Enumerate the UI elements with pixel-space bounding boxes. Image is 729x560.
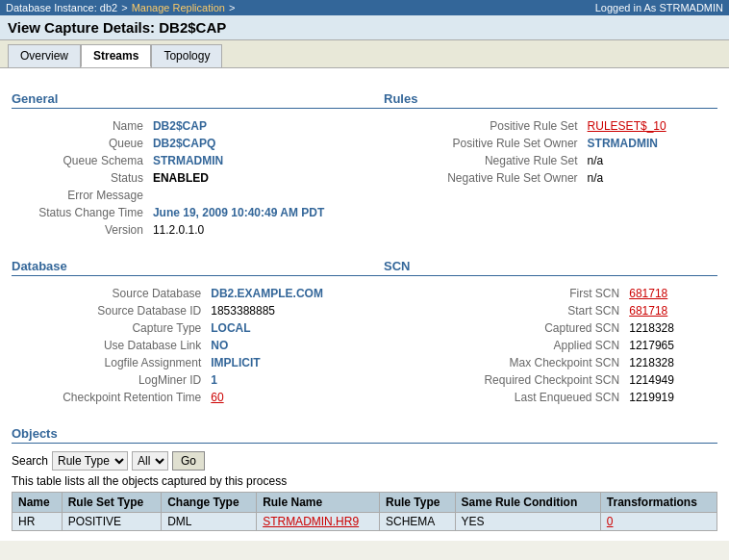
- version-label: Version: [13, 222, 149, 238]
- captured-scn-value: 1218328: [627, 320, 716, 336]
- captured-scn-label: Captured SCN: [366, 320, 625, 336]
- scn-table: First SCN 681718 Start SCN 681718 Captur…: [364, 284, 717, 407]
- error-value: [151, 188, 363, 203]
- checkpoint-value[interactable]: 60: [209, 390, 363, 405]
- general-header: General: [12, 91, 364, 109]
- content-area: General Name DB2$CAP Queue DB2$CAPQ Queu…: [0, 68, 729, 541]
- database-section: Database Source Database DB2.EXAMPLE.COM…: [12, 245, 364, 413]
- database-scn-section: Database Source Database DB2.EXAMPLE.COM…: [12, 245, 717, 413]
- logminer-value: 1: [209, 372, 363, 388]
- logminer-label: LogMiner ID: [13, 372, 207, 388]
- max-checkpoint-label: Max Checkpoint SCN: [366, 355, 625, 370]
- scn-section: SCN First SCN 681718 Start SCN 681718 Ca…: [364, 245, 717, 413]
- logfile-value: IMPLICIT: [209, 355, 363, 370]
- tab-streams[interactable]: Streams: [81, 44, 151, 67]
- col-name: Name: [13, 493, 63, 513]
- required-checkpoint-label: Required Checkpoint SCN: [366, 372, 625, 388]
- breadcrumb-instance: Database Instance: db2: [6, 2, 117, 13]
- queue-schema-value: STRMADMIN: [151, 153, 363, 168]
- applied-scn-value: 1217965: [627, 338, 716, 353]
- queue-label: Queue: [13, 136, 149, 151]
- objects-table: Name Rule Set Type Change Type Rule Name…: [12, 492, 717, 531]
- search-filter-select[interactable]: All: [132, 451, 168, 471]
- col-transformations: Transformations: [600, 493, 716, 513]
- checkpoint-label: Checkpoint Retention Time: [13, 390, 207, 405]
- tabs-bar: Overview Streams Topology: [0, 40, 729, 68]
- status-label: Status: [13, 170, 149, 186]
- breadcrumb: Database Instance: db2 > Manage Replicat…: [6, 2, 235, 13]
- database-table: Source Database DB2.EXAMPLE.COM Source D…: [12, 284, 364, 407]
- name-value: DB2$CAP: [151, 118, 363, 134]
- pos-rule-set-value[interactable]: RULESET$_10: [586, 118, 716, 134]
- general-rules-section: General Name DB2$CAP Queue DB2$CAPQ Queu…: [12, 78, 717, 245]
- pos-rule-owner-label: Positive Rule Set Owner: [366, 136, 584, 151]
- logged-in-text: Logged in As STRMADMIN: [595, 2, 723, 13]
- source-db-value: DB2.EXAMPLE.COM: [209, 286, 363, 301]
- capture-type-value: LOCAL: [209, 320, 363, 336]
- source-db-label: Source Database: [13, 286, 207, 301]
- table-header-row: Name Rule Set Type Change Type Rule Name…: [13, 493, 717, 513]
- capture-type-label: Capture Type: [13, 320, 207, 336]
- col-rule-type: Rule Type: [379, 493, 455, 513]
- first-scn-label: First SCN: [366, 286, 625, 301]
- max-checkpoint-value: 1218328: [627, 355, 716, 370]
- use-db-link-value: NO: [209, 338, 363, 353]
- version-value: 11.2.0.1.0: [151, 222, 363, 238]
- col-same-rule-condition: Same Rule Condition: [455, 493, 600, 513]
- start-scn-label: Start SCN: [366, 303, 625, 318]
- last-enqueued-value: 1219919: [627, 390, 716, 405]
- tab-overview[interactable]: Overview: [8, 44, 81, 67]
- rules-header: Rules: [364, 91, 717, 109]
- required-checkpoint-value: 1214949: [627, 372, 716, 388]
- status-change-value: June 19, 2009 10:40:49 AM PDT: [151, 205, 363, 220]
- pos-rule-owner-value: STRMADMIN: [586, 136, 716, 151]
- scn-header: SCN: [364, 259, 717, 276]
- start-scn-value[interactable]: 681718: [627, 303, 716, 318]
- objects-note: This table lists all the objects capture…: [12, 474, 717, 488]
- tab-topology[interactable]: Topology: [151, 44, 222, 67]
- general-table: Name DB2$CAP Queue DB2$CAPQ Queue Schema…: [12, 116, 364, 240]
- neg-rule-set-value: n/a: [586, 153, 716, 168]
- pos-rule-set-label: Positive Rule Set: [366, 118, 584, 134]
- search-bar: Search Rule Type All Go: [12, 451, 717, 471]
- source-db-id-label: Source Database ID: [13, 303, 207, 318]
- page-title: View Capture Details: DB2$CAP: [0, 15, 729, 40]
- first-scn-value[interactable]: 681718: [627, 286, 716, 301]
- queue-value: DB2$CAPQ: [151, 136, 363, 151]
- neg-rule-owner-value: n/a: [586, 170, 716, 186]
- status-change-label: Status Change Time: [13, 205, 149, 220]
- col-rule-name: Rule Name: [257, 493, 380, 513]
- error-label: Error Message: [13, 188, 149, 203]
- name-label: Name: [13, 118, 149, 134]
- neg-rule-owner-label: Negative Rule Set Owner: [366, 170, 584, 186]
- source-db-id-value: 1853388885: [209, 303, 363, 318]
- last-enqueued-label: Last Enqueued SCN: [366, 390, 625, 405]
- breadcrumb-sep1: >: [121, 2, 127, 13]
- objects-header: Objects: [12, 426, 717, 444]
- objects-section: Objects Search Rule Type All Go This tab…: [12, 426, 717, 531]
- top-bar: Database Instance: db2 > Manage Replicat…: [0, 0, 729, 15]
- use-db-link-label: Use Database Link: [13, 338, 207, 353]
- table-row: HRPOSITIVEDMLSTRMADMIN.HR9SCHEMAYES0: [13, 513, 717, 531]
- general-section: General Name DB2$CAP Queue DB2$CAPQ Queu…: [12, 78, 364, 245]
- col-change-type: Change Type: [162, 493, 257, 513]
- go-button[interactable]: Go: [172, 451, 205, 471]
- database-header: Database: [12, 259, 364, 276]
- neg-rule-set-label: Negative Rule Set: [366, 153, 584, 168]
- breadcrumb-sep2: >: [229, 2, 235, 13]
- applied-scn-label: Applied SCN: [366, 338, 625, 353]
- rules-section: Rules Positive Rule Set RULESET$_10 Posi…: [364, 78, 717, 245]
- status-value: ENABLED: [151, 170, 363, 186]
- logfile-label: Logfile Assignment: [13, 355, 207, 370]
- search-type-select[interactable]: Rule Type: [52, 451, 128, 471]
- col-rule-set-type: Rule Set Type: [62, 493, 161, 513]
- rules-table: Positive Rule Set RULESET$_10 Positive R…: [364, 116, 717, 188]
- breadcrumb-manage-replication[interactable]: Manage Replication: [132, 2, 225, 13]
- queue-schema-label: Queue Schema: [13, 153, 149, 168]
- search-label: Search: [12, 454, 48, 468]
